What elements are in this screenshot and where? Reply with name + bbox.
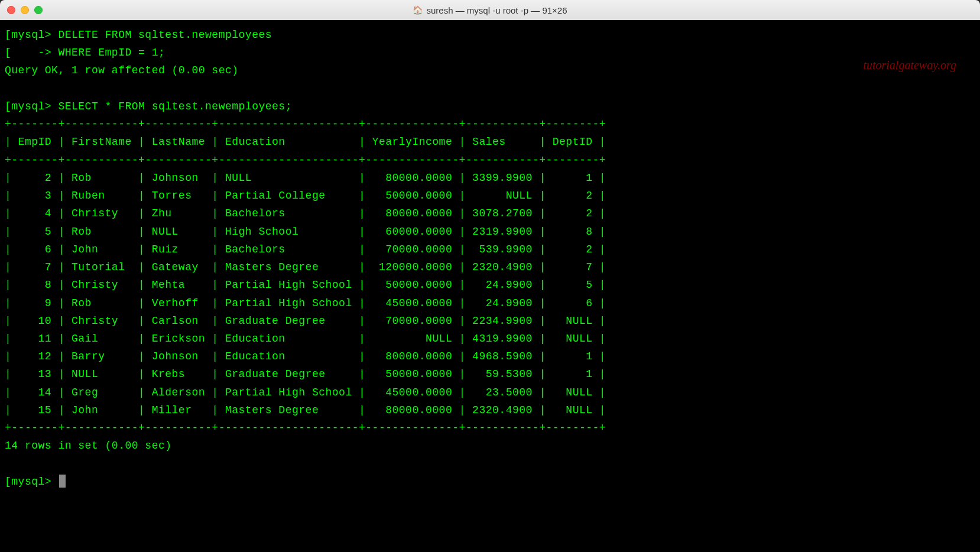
minimize-button[interactable] [21,6,29,14]
cursor [59,475,66,488]
close-button[interactable] [7,6,15,14]
window-title-text: suresh — mysql -u root -p — 91×26 [426,5,567,15]
terminal-window: 🏠 suresh — mysql -u root -p — 91×26 tuto… [0,0,980,552]
traffic-lights [7,6,43,14]
terminal-output: [mysql> DELETE FROM sqltest.newemployees… [5,26,975,491]
terminal-content[interactable]: tutorialgateway.org [mysql> DELETE FROM … [0,20,980,552]
window-title: 🏠 suresh — mysql -u root -p — 91×26 [413,5,567,15]
watermark: tutorialgateway.org [863,56,956,76]
titlebar: 🏠 suresh — mysql -u root -p — 91×26 [0,0,980,20]
maximize-button[interactable] [34,6,43,14]
home-icon: 🏠 [413,5,423,15]
